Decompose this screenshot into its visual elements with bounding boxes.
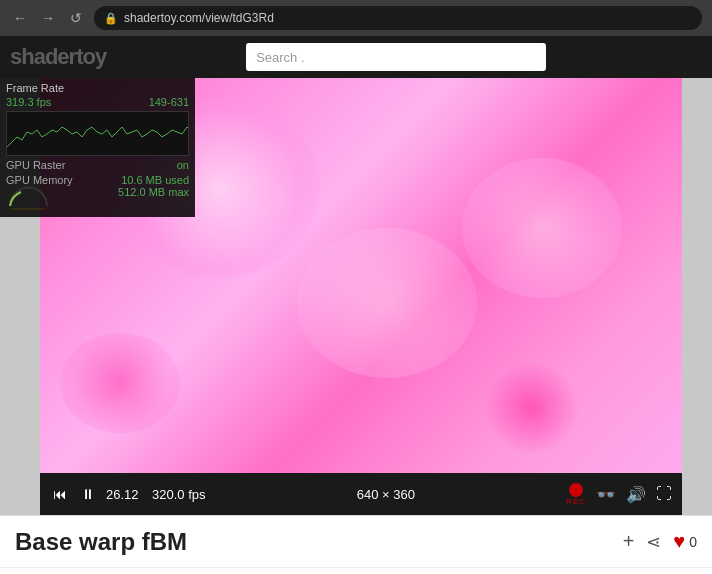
vr-button[interactable]: 👓 [596,485,616,504]
address-bar[interactable]: 🔒 shadertoy.com/view/tdG3Rd [94,6,702,30]
fps-row: 319.3 fps 149-631 [6,96,189,108]
mem-used: 10.6 MB used [118,174,189,186]
playback-bar: ⏮ ⏸ 26.12 320.0 fps 640 × 360 REC 👓 🔊 ⛶ [40,473,682,515]
shader-blob-4 [297,228,477,378]
fps-graph [6,111,189,156]
gpu-memory-label: GPU Memory [6,174,73,186]
time-display: 26.12 [106,487,144,502]
site-header: shadertoy [0,36,712,78]
action-buttons: + ⋖ ♥ 0 [623,530,697,553]
skip-start-button[interactable]: ⏮ [50,486,70,502]
resolution-display: 640 × 360 [214,487,559,502]
reload-button[interactable]: ↺ [66,8,86,28]
gpu-raster-row: GPU Raster on [6,159,189,171]
frame-rate-label: Frame Rate [6,82,189,94]
toolbar-icons: REC 👓 🔊 ⛶ [566,483,672,506]
main-content: Frame Rate 319.3 fps 149-631 GPU Raster … [0,78,712,574]
rec-button[interactable]: REC [566,483,586,506]
volume-button[interactable]: 🔊 [626,485,646,504]
fps-range: 149-631 [149,96,189,108]
lock-icon: 🔒 [104,12,118,25]
gpu-raster-value: on [177,159,189,171]
share-button[interactable]: ⋖ [646,531,661,553]
shader-title: Base warp fBM [15,528,623,556]
gpu-memory-row: GPU Memory 10.6 MB used 512.0 MB max [6,174,189,210]
shader-blob-3 [60,333,180,433]
gpu-raster-label: GPU Raster [6,159,65,171]
shader-blob-5 [482,363,582,453]
memory-values: 10.6 MB used 512.0 MB max [118,174,189,198]
back-button[interactable]: ← [10,8,30,28]
add-button[interactable]: + [623,530,635,553]
fps-chart [7,112,188,155]
browser-titlebar: ← → ↺ 🔒 shadertoy.com/view/tdG3Rd [0,0,712,36]
search-input[interactable] [246,43,546,71]
memory-gauge-chart [6,186,51,210]
fullscreen-button[interactable]: ⛶ [656,485,672,503]
browser-chrome: ← → ↺ 🔒 shadertoy.com/view/tdG3Rd [0,0,712,36]
site-logo: shadertoy [10,44,106,70]
memory-gauge [6,186,51,210]
like-count: 0 [689,534,697,550]
fps-display: 320.0 fps [152,487,206,502]
info-bar: Base warp fBM + ⋖ ♥ 0 [0,515,712,567]
fps-line-chart [7,127,188,147]
forward-button[interactable]: → [38,8,58,28]
performance-overlay: Frame Rate 319.3 fps 149-631 GPU Raster … [0,78,195,217]
right-strip [682,78,712,473]
mem-max: 512.0 MB max [118,186,189,198]
fps-value: 319.3 fps [6,96,51,108]
heart-icon: ♥ [673,530,685,553]
like-button[interactable]: ♥ 0 [673,530,697,553]
url-text: shadertoy.com/view/tdG3Rd [124,11,274,25]
rec-label: REC [566,497,586,506]
rec-dot [569,483,583,497]
pause-button[interactable]: ⏸ [78,486,98,502]
shader-blob-2 [462,158,622,298]
tags-bar: Views: 22 Tags: noise, fbm, warp Créé pa… [0,567,712,574]
